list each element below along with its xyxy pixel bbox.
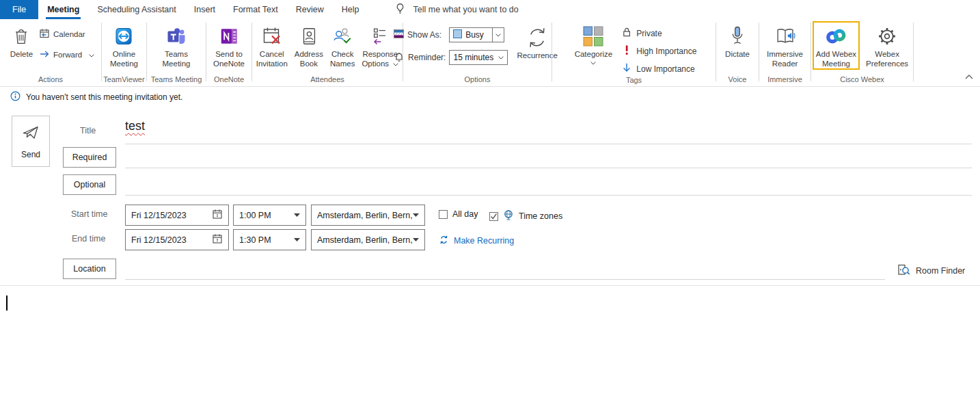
room-finder-button[interactable]: Room Finder — [897, 263, 965, 278]
low-importance-button[interactable]: Low Importance — [621, 62, 696, 75]
check-names-icon — [331, 23, 353, 49]
cancel-invitation-button[interactable]: CancelInvitation — [253, 21, 291, 68]
location-underline[interactable] — [125, 279, 885, 280]
high-importance-button[interactable]: High Importance — [621, 44, 696, 57]
calendar-button[interactable]: Calendar — [39, 28, 94, 40]
cancel-invitation-label: CancelInvitation — [256, 50, 288, 68]
tab-format-text[interactable]: Format Text — [224, 0, 287, 19]
chevron-down-icon — [498, 56, 504, 60]
high-importance-icon — [621, 44, 632, 57]
optional-button[interactable]: Optional — [63, 174, 116, 195]
collapse-ribbon-button[interactable] — [965, 70, 973, 82]
start-time-label: Start time — [71, 209, 108, 219]
recurrence-icon — [525, 25, 549, 50]
required-button[interactable]: Required — [63, 147, 116, 168]
title-input[interactable]: test — [125, 119, 145, 133]
info-icon — [10, 91, 21, 103]
chevron-down-icon — [89, 51, 94, 59]
end-timezone-picker[interactable]: Amsterdam, Berlin, Bern, — [311, 229, 425, 250]
title-label: Title — [80, 126, 96, 135]
reminder-dropdown[interactable]: 15 minutes — [449, 50, 508, 65]
onenote-icon — [219, 23, 239, 49]
ribbon-group-teamviewer: OnlineMeeting TeamViewer — [102, 19, 146, 86]
group-label-cisco-webex: Cisco Webex — [811, 75, 913, 86]
globe-icon — [503, 209, 514, 223]
address-book-button[interactable]: AddressBook — [291, 21, 327, 68]
room-finder-label: Room Finder — [916, 266, 965, 276]
start-date-value: Fri 12/15/2023 — [131, 211, 187, 220]
check-names-label: CheckNames — [330, 50, 355, 68]
time-zones-checkbox[interactable] — [489, 212, 498, 221]
time-zones-label: Time zones — [519, 211, 562, 221]
immersive-reader-button[interactable]: ImmersiveReader — [763, 21, 806, 68]
tab-review[interactable]: Review — [287, 0, 333, 19]
start-timezone-picker[interactable]: Amsterdam, Berlin, Bern, — [311, 205, 425, 226]
tell-me-label: Tell me what you want to do — [413, 5, 519, 14]
group-label-onenote: OneNote — [206, 75, 251, 86]
optional-underline[interactable] — [125, 195, 972, 196]
check-names-button[interactable]: CheckNames — [327, 21, 358, 68]
ribbon-group-actions: Delete Calendar Forward — [0, 19, 101, 86]
add-webex-meeting-button[interactable]: Add WebexMeeting — [813, 21, 860, 70]
online-meeting-label: OnlineMeeting — [110, 50, 138, 68]
low-importance-label: Low Importance — [636, 64, 694, 74]
tab-file[interactable]: File — [0, 0, 38, 19]
categorize-button[interactable]: Categorize — [571, 21, 616, 65]
ribbon-group-cisco-webex: Add WebexMeeting WebexPreferences Cisco … — [811, 19, 913, 86]
room-finder-icon — [897, 263, 910, 278]
online-meeting-button[interactable]: OnlineMeeting — [107, 21, 141, 68]
time-zones-checkbox-row[interactable]: Time zones — [489, 209, 562, 223]
webex-logo-icon — [824, 23, 848, 49]
end-time-label: End time — [72, 234, 105, 244]
delete-button[interactable]: Delete — [7, 21, 36, 60]
tab-insert[interactable]: Insert — [185, 0, 224, 19]
send-to-onenote-button[interactable]: Send toOneNote — [210, 21, 248, 68]
tab-meeting[interactable]: Meeting — [38, 0, 88, 19]
dropdown-arrow-icon — [294, 213, 300, 217]
dropdown-arrow-icon — [413, 238, 419, 241]
ribbon-group-attendees: CancelInvitation AddressBook CheckNames … — [252, 19, 403, 86]
teams-meeting-button[interactable]: TeamsMeeting — [159, 21, 194, 68]
required-underline[interactable] — [125, 168, 972, 168]
response-options-icon — [370, 23, 390, 49]
end-time-picker[interactable]: 1:30 PM — [233, 229, 306, 250]
forward-button[interactable]: Forward — [39, 49, 94, 60]
forward-arrow-icon — [39, 49, 50, 60]
categorize-icon — [583, 23, 603, 49]
teamviewer-icon — [113, 23, 135, 49]
categorize-label: Categorize — [575, 50, 613, 60]
webex-preferences-button[interactable]: WebexPreferences — [862, 21, 912, 68]
tab-scheduling-assistant[interactable]: Scheduling Assistant — [88, 0, 185, 19]
show-as-dropdown[interactable]: Busy — [449, 27, 493, 42]
location-button[interactable]: Location — [63, 259, 116, 279]
dictate-button[interactable]: Dictate — [722, 21, 753, 60]
end-date-picker[interactable]: Fri 12/15/2023 — [125, 229, 229, 250]
tell-me-box[interactable]: Tell me what you want to do — [394, 0, 519, 19]
group-label-actions: Actions — [0, 75, 101, 86]
all-day-label: All day — [452, 209, 478, 219]
meeting-form: Send Title test Required Optional Start … — [0, 107, 980, 285]
start-time-picker[interactable]: 1:00 PM — [233, 205, 306, 226]
group-label-teamviewer: TeamViewer — [102, 75, 146, 86]
calendar-icon — [39, 28, 50, 40]
meeting-body-editor[interactable] — [0, 286, 980, 419]
private-button[interactable]: Private — [621, 27, 696, 40]
make-recurring-link[interactable]: Make Recurring — [439, 235, 514, 247]
gear-icon — [875, 23, 899, 49]
datepicker-calendar-icon[interactable] — [212, 209, 223, 222]
tab-help[interactable]: Help — [333, 0, 368, 19]
send-button[interactable]: Send — [12, 116, 50, 167]
show-as-value: Busy — [465, 30, 484, 40]
private-label: Private — [636, 29, 662, 38]
datepicker-calendar-icon[interactable] — [212, 233, 223, 246]
all-day-checkbox-row[interactable]: All day — [439, 209, 478, 219]
text-cursor — [6, 296, 8, 311]
all-day-checkbox[interactable] — [439, 210, 448, 219]
reminder-label: Reminder: — [408, 53, 446, 62]
ribbon: Delete Calendar Forward — [0, 19, 980, 87]
add-webex-meeting-label: Add WebexMeeting — [816, 50, 856, 68]
send-label: Send — [21, 150, 40, 159]
start-date-picker[interactable]: Fri 12/15/2023 — [125, 205, 229, 226]
show-as-dropdown-arrow[interactable] — [493, 27, 504, 42]
teams-meeting-label: TeamsMeeting — [163, 50, 191, 68]
